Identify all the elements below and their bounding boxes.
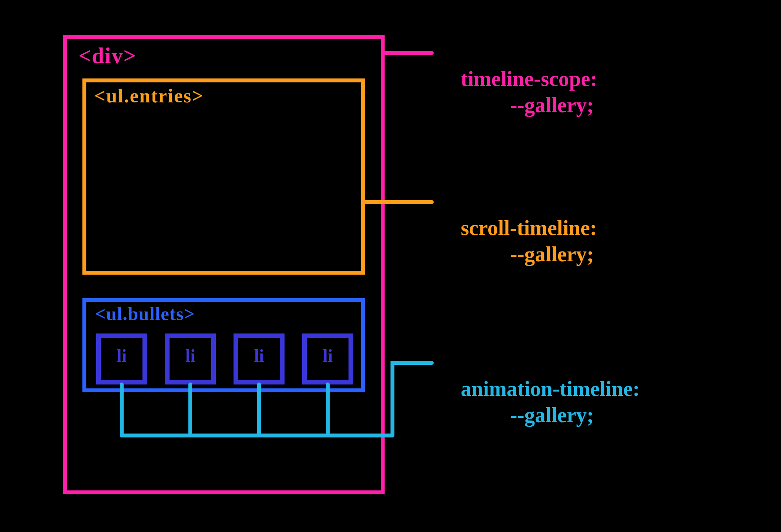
outer-div-tag-label: <div> bbox=[78, 43, 137, 68]
annotation-scroll-timeline-line1: scroll-timeline: bbox=[461, 216, 597, 240]
annotation-animation-timeline: animation-timeline: --gallery; bbox=[440, 349, 640, 455]
li-label-3: li bbox=[234, 345, 285, 366]
annotation-timeline-scope-line2: --gallery; bbox=[440, 93, 594, 117]
annotation-animation-timeline-line1: animation-timeline: bbox=[461, 377, 640, 401]
annotation-scroll-timeline: scroll-timeline: --gallery; bbox=[440, 188, 597, 294]
annotation-timeline-scope: timeline-scope: --gallery; bbox=[440, 39, 597, 145]
li-label-1: li bbox=[96, 345, 147, 366]
annotation-timeline-scope-line1: timeline-scope: bbox=[461, 67, 597, 91]
entries-box bbox=[82, 78, 365, 275]
annotation-animation-timeline-line2: --gallery; bbox=[440, 403, 594, 427]
li-label-4: li bbox=[302, 345, 353, 366]
annotation-scroll-timeline-line2: --gallery; bbox=[440, 242, 594, 266]
li-label-2: li bbox=[165, 345, 216, 366]
bullets-tag-label: <ul.bullets> bbox=[95, 303, 195, 324]
entries-tag-label: <ul.entries> bbox=[94, 84, 204, 107]
diagram-stage: <div> <ul.entries> <ul.bullets> li li li… bbox=[0, 0, 781, 532]
